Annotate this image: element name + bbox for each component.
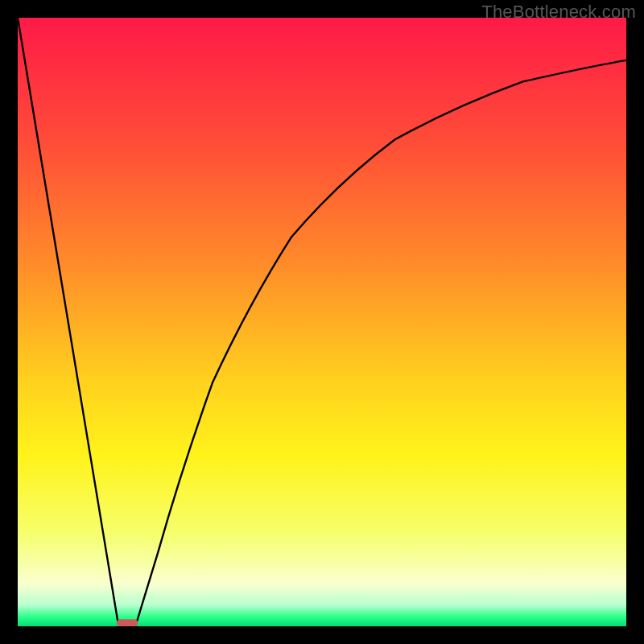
watermark-text: TheBottleneck.com [481,2,636,23]
curve-layer [18,18,626,626]
chart-frame: TheBottleneck.com [0,0,644,644]
bottom-pill-marker [117,619,138,626]
left-descent-line [18,18,118,623]
plot-area [18,18,626,626]
right-ascent-curve [136,60,626,623]
